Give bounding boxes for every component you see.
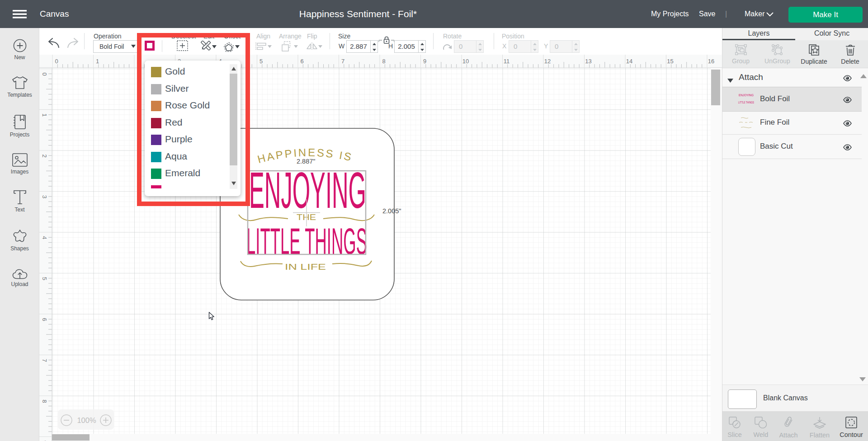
svg-text:6: 6 (41, 318, 48, 321)
svg-text:8: 8 (382, 58, 385, 65)
svg-text:8: 8 (41, 399, 48, 403)
svg-text:15: 15 (667, 58, 673, 65)
svg-text:9: 9 (423, 58, 426, 65)
svg-text:2.887": 2.887" (297, 158, 315, 165)
svg-text:ENJOYING: ENJOYING (249, 161, 366, 219)
svg-text:11: 11 (504, 58, 510, 65)
svg-text:16: 16 (708, 58, 714, 65)
svg-text:5: 5 (259, 58, 263, 65)
svg-text:3: 3 (41, 195, 48, 198)
svg-text:2.005": 2.005" (382, 207, 401, 215)
svg-text:ENJOYING: ENJOYING (739, 93, 754, 97)
svg-text:0: 0 (41, 72, 48, 75)
svg-text:LITTLE THINGS: LITTLE THINGS (738, 101, 754, 104)
svg-text:6: 6 (300, 58, 303, 65)
svg-text:13: 13 (585, 58, 591, 65)
svg-text:0: 0 (55, 58, 58, 65)
svg-text:7: 7 (41, 359, 48, 362)
svg-text:7: 7 (341, 58, 344, 65)
svg-text:LITTLE THINGS: LITTLE THINGS (246, 220, 367, 262)
svg-text:12: 12 (544, 58, 551, 65)
svg-text:IN LIFE: IN LIFE (285, 262, 326, 272)
svg-text:10: 10 (462, 58, 469, 65)
svg-text:5: 5 (41, 277, 48, 280)
svg-text:14: 14 (626, 58, 632, 65)
svg-text:1: 1 (41, 113, 48, 117)
svg-text:2: 2 (41, 154, 48, 157)
svg-text:4: 4 (41, 236, 48, 239)
svg-text:1: 1 (96, 58, 99, 65)
